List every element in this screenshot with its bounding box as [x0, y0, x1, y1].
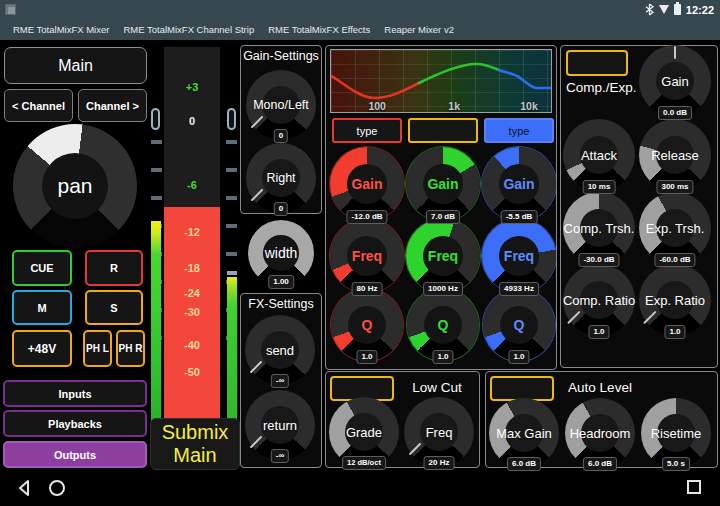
- fx-send-knob[interactable]: send -∞: [245, 315, 315, 385]
- auto-level-max-gain-knob[interactable]: Max Gain 6.0 dB: [489, 398, 559, 468]
- dyn-comp-ratio-value: 1.0: [588, 325, 609, 339]
- eq-axis-tick-10k: 10k: [520, 100, 538, 112]
- eq-curve: [331, 50, 551, 112]
- layer-playbacks-button[interactable]: Playbacks: [3, 410, 147, 437]
- dyn-comp-threshold-knob[interactable]: Comp. Trsh. -30.0 dB: [563, 192, 635, 264]
- low-cut-title: Low Cut: [402, 380, 472, 395]
- low-cut-grade-knob[interactable]: Grade 12 dB/oct: [329, 397, 399, 467]
- layer-outputs-button[interactable]: Outputs: [3, 441, 147, 468]
- gain-right-knob[interactable]: Right 0: [246, 143, 316, 213]
- recents-button[interactable]: [686, 479, 702, 495]
- eq-band3-gain-knob[interactable]: Gain -5.5 dB: [482, 147, 556, 221]
- home-button[interactable]: [48, 479, 66, 497]
- eq-band2-gain-knob[interactable]: Gain 7.0 dB: [406, 147, 480, 221]
- next-channel-button[interactable]: Channel >: [78, 89, 147, 122]
- eq-band1-q-knob[interactable]: Q 1.0: [331, 289, 403, 361]
- phones-left-button[interactable]: PH L: [83, 330, 112, 367]
- eq-band2-type-button[interactable]: [408, 118, 478, 143]
- auto-level-max-gain-value: 6.0 dB: [507, 457, 541, 471]
- mute-button[interactable]: M: [12, 290, 72, 325]
- solo-button[interactable]: S: [85, 290, 143, 325]
- android-nav-bar: [0, 470, 720, 506]
- fader-handle-left[interactable]: [151, 108, 160, 130]
- eq-band1-gain-knob[interactable]: Gain -12.0 dB: [330, 147, 404, 221]
- stereo-width-knob[interactable]: width 1.00: [248, 220, 314, 286]
- eq-band3-freq-knob[interactable]: Freq 4933 Hz: [482, 219, 556, 293]
- channel-name-button[interactable]: Main: [4, 47, 147, 84]
- phantom-power-button[interactable]: +48V: [12, 330, 72, 367]
- layer-inputs-button[interactable]: Inputs: [3, 380, 147, 407]
- scale-label: -24: [164, 287, 220, 299]
- dyn-comp-ratio-knob[interactable]: Comp. Ratio 1.0: [563, 264, 635, 336]
- gain-settings-title: Gain-Settings: [240, 49, 322, 63]
- fx-return-value: -∞: [271, 449, 289, 463]
- touchosc-mixer-screen: 12:22 RME TotalMixFX Mixer RME TotalMixF…: [0, 0, 720, 506]
- eq-band3-q-value: 1.0: [508, 350, 529, 364]
- volume-fader[interactable]: +3 0 -6 -12 -18 -24 -30 -40 -50: [164, 47, 220, 457]
- scale-label: -50: [164, 366, 220, 378]
- eq-band2-freq-knob[interactable]: Freq 1000 Hz: [406, 219, 480, 293]
- auto-level-headroom-value: 6.0 dB: [583, 457, 617, 471]
- layout-tab-bar: RME TotalMixFX Mixer RME TotalMixFX Chan…: [0, 19, 720, 40]
- auto-level-risetime-knob[interactable]: Risetime 5.0 s: [641, 398, 711, 468]
- eq-band3-q-knob[interactable]: Q 1.0: [483, 289, 555, 361]
- eq-band2-q-value: 1.0: [432, 350, 453, 364]
- pan-knob[interactable]: pan: [13, 124, 137, 248]
- fx-settings-title: FX-Settings: [240, 297, 322, 311]
- dyn-exp-ratio-knob[interactable]: Exp. Ratio 1.0: [639, 264, 711, 336]
- eq-band1-freq-value: 80 Hz: [352, 282, 383, 296]
- auto-level-headroom-knob[interactable]: Headroom 6.0 dB: [565, 398, 635, 468]
- tab-rme-totalmixfx-effects[interactable]: RME TotalMixFX Effects: [268, 24, 370, 35]
- fx-return-knob[interactable]: return -∞: [245, 390, 315, 460]
- auto-level-risetime-value: 5.0 s: [662, 457, 690, 471]
- dyn-exp-ratio-value: 1.0: [664, 325, 685, 339]
- eq-axis-tick-100: 100: [368, 100, 386, 112]
- scale-label: -6: [164, 179, 220, 191]
- width-knob-value: 1.00: [268, 275, 294, 289]
- scale-label: -30: [164, 306, 220, 318]
- back-button[interactable]: [16, 479, 32, 497]
- eq-band3-type-button[interactable]: type: [484, 118, 554, 143]
- notification-app-icon: [5, 4, 16, 15]
- clock: 12:22: [686, 4, 714, 16]
- tab-rme-totalmixfx-channel-strip[interactable]: RME TotalMixFX Channel Strip: [123, 24, 254, 35]
- eq-band2-freq-value: 1000 Hz: [423, 282, 463, 296]
- dyn-exp-threshold-knob[interactable]: Exp. Trsh. -60.0 dB: [639, 192, 711, 264]
- record-button[interactable]: R: [85, 250, 143, 286]
- dyn-gain-knob[interactable]: Gain 0.0 dB: [639, 45, 711, 117]
- fx-send-value: -∞: [271, 374, 289, 388]
- dyn-attack-knob[interactable]: Attack 10 ms: [563, 119, 635, 191]
- low-cut-freq-value: 20 Hz: [424, 456, 455, 470]
- eq-frequency-response-graph: 100 1k 10k: [330, 49, 552, 113]
- tab-rme-totalmixfx-mixer[interactable]: RME TotalMixFX Mixer: [13, 24, 109, 35]
- cue-button[interactable]: CUE: [12, 250, 72, 286]
- gain-mono-left-knob[interactable]: Mono/Left 0: [246, 70, 316, 140]
- low-cut-grade-value: 12 dB/oct: [342, 456, 386, 470]
- eq-band2-gain-value: 7.0 dB: [426, 210, 460, 224]
- tab-reaper-mixer-v2[interactable]: Reaper Mixer v2: [384, 24, 454, 35]
- auto-level-title: Auto Level: [545, 380, 655, 395]
- prev-channel-button[interactable]: < Channel: [4, 89, 73, 122]
- eq-band1-freq-knob[interactable]: Freq 80 Hz: [330, 219, 404, 293]
- low-cut-freq-knob[interactable]: Freq 20 Hz: [404, 397, 474, 467]
- scale-label: -18: [164, 262, 220, 274]
- eq-band1-q-value: 1.0: [356, 350, 377, 364]
- gain-right-value: 0: [274, 202, 288, 216]
- eq-band3-gain-value: -5.5 dB: [501, 210, 538, 224]
- scale-label: 0: [164, 115, 220, 127]
- scale-label: -12: [164, 226, 220, 238]
- dyn-release-knob[interactable]: Release 300 ms: [639, 119, 711, 191]
- dyn-comp-threshold-value: -30.0 dB: [578, 253, 619, 267]
- dynamics-title: Comp./Exp.: [566, 80, 637, 95]
- eq-band2-q-knob[interactable]: Q 1.0: [407, 289, 479, 361]
- scale-label: -40: [164, 339, 220, 351]
- dyn-attack-value: 10 ms: [583, 180, 616, 194]
- dynamics-enable-button[interactable]: [566, 50, 628, 76]
- eq-band3-freq-value: 4933 Hz: [499, 282, 539, 296]
- battery-icon: [674, 4, 681, 15]
- phones-right-button[interactable]: PH R: [116, 330, 145, 367]
- fader-handle-right[interactable]: [227, 108, 236, 130]
- wifi-icon: [659, 5, 669, 14]
- scale-label: +3: [164, 81, 220, 93]
- eq-band1-type-button[interactable]: type: [332, 118, 402, 143]
